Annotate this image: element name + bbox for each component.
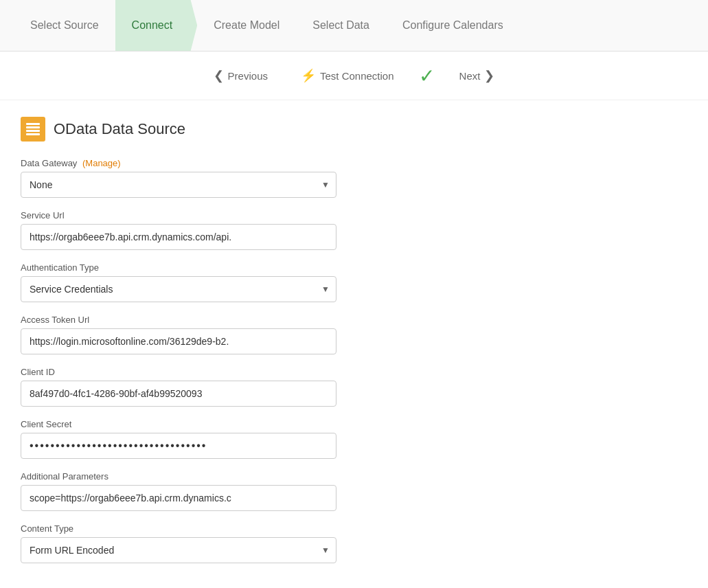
datasource-header: OData Data Source xyxy=(21,117,391,142)
authentication-type-group: Authentication Type Service CredentialsB… xyxy=(21,262,391,302)
manage-link[interactable]: (Manage) xyxy=(82,158,121,168)
authentication-type-select-wrapper: Service CredentialsBasicOAuth2 ▼ xyxy=(21,276,336,302)
nav-select-data[interactable]: Select Data xyxy=(296,0,386,51)
access-token-url-input[interactable] xyxy=(21,328,336,354)
content-type-select[interactable]: Form URL EncodedJSON xyxy=(21,537,336,563)
data-gateway-label: Data Gateway (Manage) xyxy=(21,158,391,168)
data-gateway-group: Data Gateway (Manage) None ▼ xyxy=(21,158,391,198)
client-secret-label: Client Secret xyxy=(21,419,391,429)
additional-parameters-label: Additional Parameters xyxy=(21,471,391,482)
svg-rect-0 xyxy=(26,123,40,125)
page-title: OData Data Source xyxy=(54,120,185,138)
svg-rect-2 xyxy=(26,130,40,132)
test-connection-label: Test Connection xyxy=(320,70,394,82)
svg-rect-3 xyxy=(26,133,40,135)
additional-parameters-group: Additional Parameters xyxy=(21,471,391,511)
main-content: OData Data Source Data Gateway (Manage) … xyxy=(0,100,412,588)
content-type-label: Content Type xyxy=(21,523,391,534)
additional-parameters-input[interactable] xyxy=(21,485,336,511)
service-url-label: Service Url xyxy=(21,210,391,220)
content-type-group: Content Type Form URL EncodedJSON ▼ xyxy=(21,523,391,563)
next-label: Next xyxy=(459,70,481,82)
nav-select-source[interactable]: Select Source xyxy=(14,0,115,51)
previous-label: Previous xyxy=(228,70,268,82)
client-id-label: Client ID xyxy=(21,367,391,377)
action-toolbar: ❮ Previous ⚡ Test Connection ✓ Next ❯ xyxy=(0,52,708,100)
authentication-type-select[interactable]: Service CredentialsBasicOAuth2 xyxy=(21,276,336,302)
nav-create-model[interactable]: Create Model xyxy=(197,0,296,51)
content-type-select-wrapper: Form URL EncodedJSON ▼ xyxy=(21,537,336,563)
client-id-group: Client ID xyxy=(21,367,391,407)
client-id-input[interactable] xyxy=(21,381,336,407)
client-secret-group: Client Secret xyxy=(21,419,391,459)
service-url-group: Service Url xyxy=(21,210,391,250)
plug-icon: ⚡ xyxy=(301,68,316,83)
chevron-right-icon: ❯ xyxy=(484,68,494,83)
next-button[interactable]: Next ❯ xyxy=(451,64,503,87)
authentication-type-label: Authentication Type xyxy=(21,262,391,273)
previous-button[interactable]: ❮ Previous xyxy=(205,64,276,87)
datasource-icon xyxy=(21,117,45,142)
access-token-url-group: Access Token Url xyxy=(21,315,391,354)
connection-status-icon: ✓ xyxy=(419,65,435,87)
client-secret-input[interactable] xyxy=(21,433,336,459)
chevron-left-icon: ❮ xyxy=(214,68,224,83)
data-gateway-select[interactable]: None xyxy=(21,172,336,198)
top-navigation: Select Source Connect Create Model Selec… xyxy=(0,0,708,52)
access-token-url-label: Access Token Url xyxy=(21,315,391,325)
service-url-input[interactable] xyxy=(21,224,336,250)
nav-connect[interactable]: Connect xyxy=(115,0,198,51)
data-gateway-select-wrapper: None ▼ xyxy=(21,172,336,198)
test-connection-button[interactable]: ⚡ Test Connection xyxy=(293,64,402,87)
svg-rect-1 xyxy=(26,126,40,128)
nav-configure-calendars[interactable]: Configure Calendars xyxy=(386,0,520,51)
